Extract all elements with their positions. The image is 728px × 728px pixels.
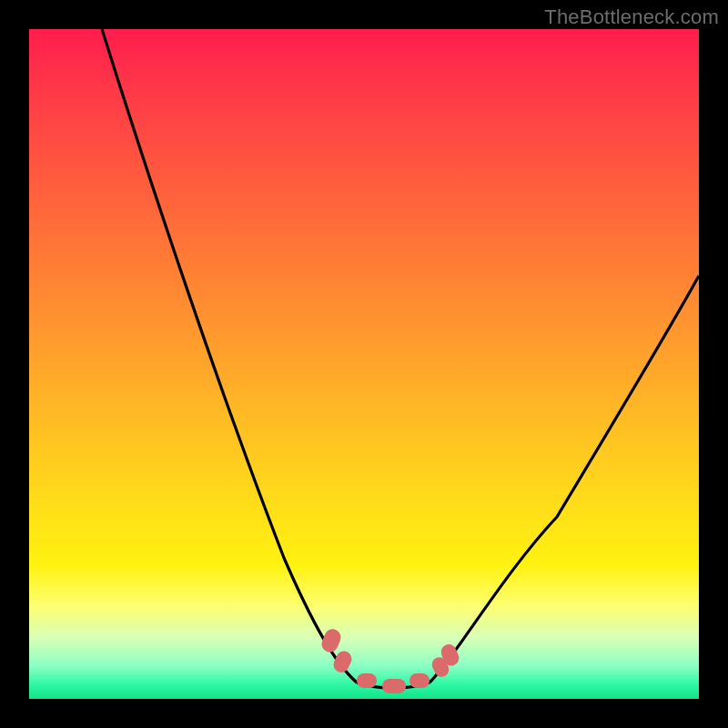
- marker-right-1: [430, 655, 451, 680]
- plot-area: [29, 29, 699, 699]
- marker-left-2: [331, 649, 355, 675]
- valley-markers: [319, 627, 461, 693]
- marker-valley-2: [382, 679, 406, 693]
- bottleneck-curve: [29, 29, 699, 699]
- marker-right-2: [439, 642, 461, 669]
- chart-frame: TheBottleneck.com: [0, 0, 728, 728]
- curve-right-arm: [430, 276, 699, 682]
- curve-left-arm: [102, 29, 357, 682]
- watermark-text: TheBottleneck.com: [544, 5, 719, 29]
- marker-valley-3: [410, 673, 430, 688]
- marker-valley-1: [357, 673, 377, 688]
- curve-valley: [357, 682, 430, 688]
- marker-left-1: [319, 627, 343, 655]
